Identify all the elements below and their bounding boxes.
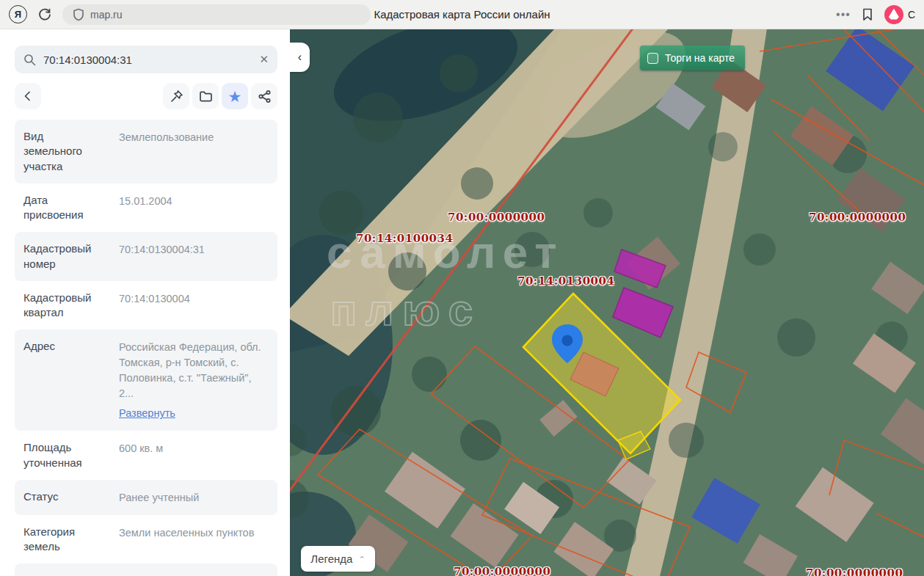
field-row: Вид разрешенного использования Для садов… — [15, 564, 277, 576]
cadastral-map-canvas[interactable]: ‹ Торги на карте самолет плюс 70:00:0000… — [290, 29, 924, 576]
shield-icon — [73, 8, 84, 21]
back-button[interactable] — [15, 83, 41, 109]
parcel-fields: Вид земельного участка Землепользование … — [15, 120, 277, 576]
field-row: Кадастровый квартал 70:14:0130004 — [15, 281, 277, 330]
sidebar-collapse-button[interactable]: ‹ — [290, 43, 310, 72]
chevron-left-icon — [22, 90, 34, 102]
field-row: Площадь уточненная 600 кв. м — [15, 431, 277, 480]
field-row: Дата присвоения 15.01.2004 — [15, 183, 277, 233]
folder-icon — [199, 90, 213, 103]
alice-avatar[interactable] — [884, 5, 903, 24]
star-icon: ★ — [228, 89, 242, 104]
clear-search-icon[interactable]: ✕ — [259, 53, 269, 66]
search-icon — [23, 54, 36, 66]
field-row: Категория земель Земли населенных пункто… — [15, 515, 277, 564]
more-menu-icon[interactable]: ••• — [836, 8, 851, 21]
profile-name-clipped: С — [908, 9, 915, 21]
folder-button[interactable] — [192, 83, 219, 109]
torgi-label: Торги на карте — [665, 52, 735, 64]
share-icon — [258, 90, 272, 103]
search-input[interactable]: 70:14:0130004:31 ✕ — [15, 45, 277, 73]
search-value: 70:14:0130004:31 — [43, 54, 252, 66]
pushpin-icon — [170, 90, 183, 103]
url-text: map.ru — [90, 9, 123, 21]
field-row-address: Адрес Российская Федерация, обл. Томская… — [15, 329, 277, 431]
cadastral-label: 70:00:0000000 — [809, 211, 906, 224]
address-bar[interactable]: map.ru — [62, 4, 371, 25]
browser-toolbar: Я map.ru Кадастровая карта России онлайн… — [0, 0, 924, 29]
watermark-plus: плюс — [330, 285, 481, 335]
bookmark-icon[interactable] — [861, 7, 874, 22]
cadastral-label: 70:00:0000000 — [448, 211, 545, 224]
expand-address-link[interactable]: Развернуть — [119, 406, 175, 421]
legend-label: Легенда — [310, 553, 352, 565]
chevron-up-icon: ⌃ — [358, 555, 365, 564]
cadastral-label: 70:14:0100034 — [356, 232, 453, 245]
cadastral-label: 70:14:0130004 — [517, 274, 614, 288]
field-row: Статус Ранее учтенный — [15, 480, 277, 515]
cadastral-label: 70:00:0000000 — [806, 566, 903, 576]
legend-button[interactable]: Легенда ⌃ — [301, 546, 375, 572]
parcel-info-sidebar: 70:14:0130004:31 ✕ ★ — [0, 29, 290, 576]
share-button[interactable] — [251, 83, 277, 109]
torgi-checkbox[interactable] — [647, 53, 658, 64]
torgi-toggle-button[interactable]: Торги на карте — [640, 45, 745, 70]
yandex-browser-icon[interactable]: Я — [9, 5, 27, 23]
cadastral-label: 70:00:0000000 — [454, 565, 550, 576]
card-action-row: ★ — [15, 83, 277, 109]
pin-button[interactable] — [163, 83, 189, 109]
address-value: Российская Федерация, обл. Томская, р-н … — [119, 341, 261, 399]
favorite-button[interactable]: ★ — [222, 83, 248, 109]
field-row: Вид земельного участка Землепользование — [15, 120, 277, 183]
field-row: Кадастровый номер 70:14:0130004:31 — [15, 232, 277, 281]
refresh-icon[interactable] — [37, 7, 52, 22]
